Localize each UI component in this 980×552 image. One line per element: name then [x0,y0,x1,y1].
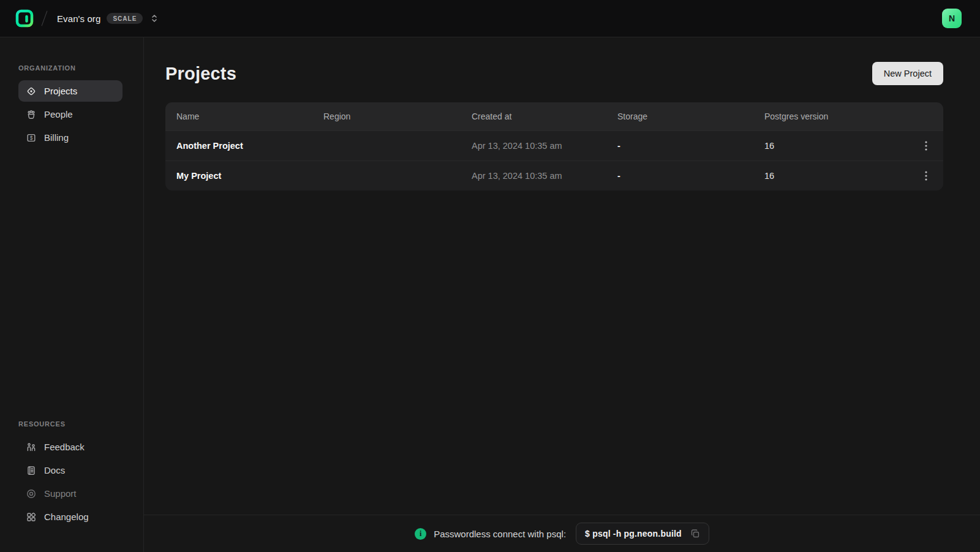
row-menu-button[interactable] [918,167,935,184]
org-switcher-button[interactable] [150,13,159,23]
sidebar-item-label: Feedback [44,442,85,452]
table-header-row: Name Region Created at Storage Postgres … [165,102,943,130]
new-project-button[interactable]: New Project [872,62,943,85]
main-header: Projects New Project [165,62,943,85]
project-postgres-version: 16 [764,171,910,181]
project-postgres-version: 16 [764,141,910,151]
neon-logo-icon [15,9,34,28]
sidebar-resources-list: Feedback Docs [18,436,123,527]
kebab-icon [925,171,927,181]
svg-text:$: $ [30,134,33,140]
sidebar-item-docs[interactable]: Docs [18,459,123,481]
copy-icon [690,529,700,539]
org-name[interactable]: Evan's org [57,13,100,24]
people-icon [26,109,37,120]
table-row[interactable]: Another Project Apr 13, 2024 10:35 am - … [165,130,943,161]
sidebar-item-label: Projects [44,86,77,96]
sidebar-item-label: Docs [44,465,65,475]
info-icon: i [415,528,426,540]
chevron-up-down-icon [150,13,159,23]
row-menu-button[interactable] [918,137,935,154]
project-created-at: Apr 13, 2024 10:35 am [472,141,617,151]
sidebar-item-label: Support [44,488,77,499]
avatar[interactable]: N [942,9,962,28]
project-storage: - [617,171,764,181]
psql-command-box: $ psql -h pg.neon.build [576,523,709,545]
main: Projects New Project Name Region Created… [144,37,980,552]
docs-icon [26,465,37,476]
page-title: Projects [165,64,236,84]
sidebar-item-feedback[interactable]: Feedback [18,436,123,458]
column-header-storage: Storage [617,112,764,121]
feedback-icon [26,442,37,453]
psql-connect-message: Passwordless connect with psql: [434,529,566,539]
layout: ORGANIZATION Projects [0,37,980,552]
project-created-at: Apr 13, 2024 10:35 am [472,171,617,181]
projects-icon [26,86,37,97]
psql-connect-bar: i Passwordless connect with psql: $ psql… [144,515,980,552]
projects-table: Name Region Created at Storage Postgres … [165,102,943,191]
project-name[interactable]: My Project [176,171,323,181]
sidebar-heading-organization: ORGANIZATION [18,64,123,72]
sidebar-item-people[interactable]: People [18,104,123,125]
column-header-created-at: Created at [472,112,617,121]
billing-icon: $ [26,132,37,143]
sidebar-item-label: Billing [44,132,69,143]
plan-badge: SCALE [107,13,143,24]
sidebar-item-changelog[interactable]: Changelog [18,506,123,527]
sidebar-item-support[interactable]: Support [18,483,123,504]
sidebar-item-label: People [44,109,73,119]
copy-command-button[interactable] [690,529,700,539]
psql-command: $ psql -h pg.neon.build [585,529,682,539]
changelog-icon [26,512,37,523]
column-header-postgres-version: Postgres version [764,112,910,121]
neon-logo[interactable] [15,9,34,28]
sidebar-item-label: Changelog [44,512,89,522]
support-icon [26,488,37,499]
kebab-icon [925,141,927,151]
breadcrumb-slash [42,11,48,26]
sidebar-item-billing[interactable]: $ Billing [18,127,123,148]
table-row[interactable]: My Project Apr 13, 2024 10:35 am - 16 [165,161,943,191]
project-storage: - [617,141,764,151]
sidebar-spacer [18,148,123,420]
sidebar: ORGANIZATION Projects [0,37,144,552]
sidebar-organization-list: Projects People $ [18,80,123,148]
column-header-region: Region [323,112,472,121]
topbar: Evan's org SCALE N [0,0,980,37]
sidebar-heading-resources: RESOURCES [18,420,123,428]
main-content: Projects New Project Name Region Created… [144,37,980,515]
project-name[interactable]: Another Project [176,141,323,151]
column-header-name: Name [176,112,323,121]
sidebar-item-projects[interactable]: Projects [18,80,123,102]
